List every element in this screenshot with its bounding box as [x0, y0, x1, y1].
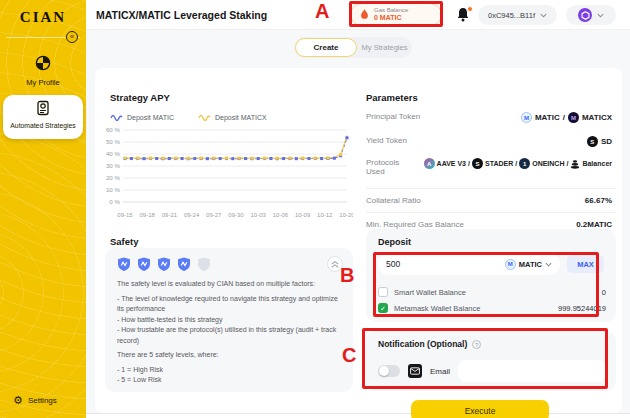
svg-text:10-12: 10-12 [317, 212, 333, 218]
notification-title: Notification (Optional) [378, 339, 467, 349]
notification-dot [467, 6, 473, 12]
safety-description: The safety level is evaluated by CIAN ba… [117, 279, 341, 386]
strategy-apy-chart: 0 %10 %20 %30 %40 %50 %60 %09-1509-1809-… [101, 122, 353, 222]
safety-factor: - The level of knowledge required to nav… [117, 294, 341, 315]
svg-text:30 %: 30 % [106, 162, 121, 169]
safety-factor: - How battle-tested is this strategy [117, 315, 341, 326]
wallet-address-button[interactable]: 0xC945...B11f [478, 5, 557, 25]
email-input[interactable] [458, 360, 606, 382]
param-row-collateral-ratio: Collateral Ratio 66.67% [366, 188, 616, 205]
sidebar-item-automated-strategies[interactable]: Automated Strategies [3, 95, 83, 139]
svg-text:60 %: 60 % [106, 126, 121, 133]
param-value-text: 0.2MATIC [576, 220, 612, 229]
stader-protocol-icon: S [472, 158, 483, 169]
email-notification-toggle[interactable] [378, 365, 400, 377]
maticx-line-icon [198, 113, 211, 121]
notifications-bell-button[interactable] [456, 7, 472, 23]
strategy-apy-title: Strategy APY [110, 92, 170, 103]
param-value-text: STADER [485, 160, 513, 167]
execute-button[interactable]: Execute [411, 400, 549, 418]
page-title: MATICX/MATIC Leveraged Staking [96, 9, 267, 21]
svg-text:10-20: 10-20 [339, 212, 353, 218]
chevron-down-icon [545, 262, 552, 267]
svg-text:10-06: 10-06 [273, 212, 289, 218]
automated-strategies-icon [35, 102, 51, 119]
gas-balance-button[interactable]: Gas Balance 0 MATIC [350, 3, 442, 26]
annotation-letter-c: C [342, 344, 356, 367]
email-label: Email [430, 367, 450, 376]
polygon-network-icon [578, 8, 592, 22]
help-icon[interactable]: ? [472, 340, 481, 349]
svg-text:20 %: 20 % [106, 174, 121, 181]
param-value-text: ONEINCH [532, 160, 564, 167]
sidebar-collapse-button[interactable]: « [66, 31, 78, 43]
param-value-text: MATICX [582, 113, 612, 122]
sidebar-item-settings[interactable]: ⚙ Settings [13, 395, 57, 406]
cian-logo: CIAN [0, 9, 86, 26]
matic-token-icon: M [521, 112, 532, 123]
param-value-text: AAVE V3 [437, 160, 466, 167]
svg-text:09-15: 09-15 [117, 212, 133, 218]
param-row-protocols: Protocols Used A AAVE V3 / S STADER / 1 … [366, 158, 616, 176]
deposit-amount-input[interactable] [386, 259, 466, 269]
param-label: Min. Required Gas Balance [366, 220, 464, 229]
oneinch-protocol-icon: 1 [519, 158, 530, 169]
separator: / [566, 160, 568, 167]
svg-text:10-09: 10-09 [295, 212, 311, 218]
svg-text:09-30: 09-30 [228, 212, 244, 218]
shield-filled-icon [157, 257, 171, 272]
tab-create[interactable]: Create [295, 38, 357, 57]
safety-card: The safety level is evaluated by CIAN ba… [105, 248, 353, 392]
smart-wallet-checkbox[interactable] [378, 287, 388, 297]
safety-level-shields [117, 257, 341, 272]
param-row-min-gas: Min. Required Gas Balance 0.2MATIC [366, 212, 616, 229]
param-value-text: MATIC [535, 113, 560, 122]
svg-text:09-18: 09-18 [140, 212, 156, 218]
separator: / [563, 113, 565, 122]
svg-text:09-27: 09-27 [206, 212, 222, 218]
sidebar-item-my-profile[interactable]: My Profile [0, 55, 86, 87]
maticx-token-icon: M [568, 112, 579, 123]
balancer-protocol-icon [570, 159, 580, 169]
safety-level-high: - 1 = High Risk [117, 365, 341, 376]
safety-levels-intro: There are 5 safety levels, where: [117, 350, 341, 361]
flame-icon [360, 6, 369, 24]
param-row-principal-token: Principal Token M MATIC / M MATICX [366, 112, 616, 123]
param-label: Yield Token [366, 136, 407, 145]
svg-text:40 %: 40 % [106, 150, 121, 157]
param-value-text: 66.67% [585, 196, 612, 205]
sidebar-item-label: My Profile [0, 78, 86, 87]
shield-filled-icon [137, 257, 151, 272]
safety-factor: - How trustable are the protocol(s) util… [117, 325, 341, 346]
safety-level-low: - 5 = Low Risk [117, 375, 341, 386]
aave-protocol-icon: A [424, 158, 435, 169]
safety-title: Safety [110, 236, 139, 247]
matic-line-icon [110, 113, 123, 121]
app-root: CIAN « My Profile Automated Strategies ⚙… [0, 0, 630, 418]
annotation-letter-a: A [315, 0, 329, 23]
sidebar: CIAN « My Profile Automated Strategies ⚙… [0, 0, 86, 418]
param-label: Protocols Used [366, 158, 408, 176]
double-chevron-up-icon [330, 260, 340, 269]
smart-wallet-balance-row: Smart Wallet Balance 0 [378, 287, 606, 297]
balance-label: Metamask Wallet Balance [394, 304, 480, 313]
max-button[interactable]: MAX [567, 255, 604, 273]
metamask-wallet-checkbox[interactable]: ✓ [378, 303, 388, 313]
svg-text:10 %: 10 % [106, 186, 121, 193]
gas-balance-value: 0 MATIC [374, 14, 408, 22]
token-selector-label: MATIC [519, 260, 542, 269]
legend-deposit-matic: Deposit MATIC [110, 113, 174, 121]
token-selector[interactable]: M MATIC [505, 259, 552, 270]
network-selector-button[interactable] [566, 5, 616, 25]
matic-token-icon: M [505, 259, 516, 270]
toggle-knob [379, 366, 389, 376]
param-row-yield-token: Yield Token S SD [366, 136, 616, 147]
tab-my-strategies[interactable]: My Strategies [357, 37, 412, 58]
param-value-text: Balancer [582, 160, 612, 167]
gear-icon: ⚙ [13, 395, 23, 406]
notification-card: Notification (Optional) ? Email [366, 331, 616, 391]
balance-label: Smart Wallet Balance [394, 288, 466, 297]
svg-text:09-24: 09-24 [184, 212, 200, 218]
profile-icon [35, 57, 51, 74]
balance-value: 0 [602, 288, 606, 297]
